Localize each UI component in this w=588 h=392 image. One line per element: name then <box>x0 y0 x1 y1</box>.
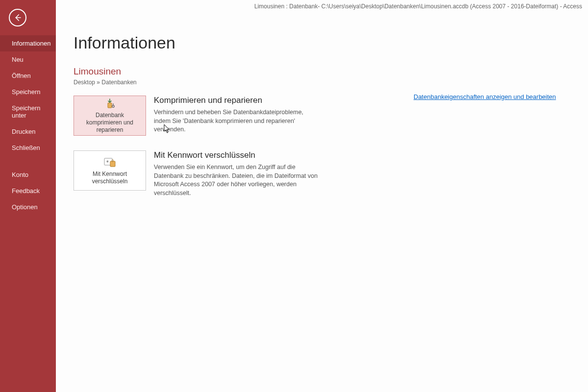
database-name: Limousinen <box>74 66 588 77</box>
app-root: Informationen Neu Öffnen Speichern Speic… <box>0 0 588 392</box>
svg-point-2 <box>112 105 114 107</box>
sidebar-item-konto[interactable]: Konto <box>0 167 56 183</box>
tile-label: Mit Kennwort verschlüsseln <box>77 171 143 185</box>
sidebar-item-speichern-unter[interactable]: Speichern unter <box>0 100 56 123</box>
sidebar-item-label: Neu <box>12 56 24 63</box>
content: Informationen Limousinen Desktop » Daten… <box>56 10 588 197</box>
sidebar-item-oeffnen[interactable]: Öffnen <box>0 68 56 84</box>
sidebar-item-informationen[interactable]: Informationen <box>0 35 56 51</box>
view-db-properties-link[interactable]: Datenbankeigenschaften anzeigen und bear… <box>414 93 556 100</box>
compact-repair-icon <box>103 98 116 110</box>
sidebar-item-feedback[interactable]: Feedback <box>0 183 56 199</box>
encrypt-password-icon: ∗ <box>103 156 117 169</box>
encrypt-description: Mit Kennwort verschlüsseln Verwenden Sie… <box>154 150 320 197</box>
section-title: Mit Kennwort verschlüsseln <box>154 150 320 160</box>
back-button[interactable] <box>9 9 26 26</box>
breadcrumb: Desktop » Datenbanken <box>74 79 588 86</box>
tile-label: Datenbank komprimieren und reparieren <box>77 112 143 134</box>
sidebar-item-neu[interactable]: Neu <box>0 51 56 68</box>
page-title: Informationen <box>74 33 588 52</box>
sidebar-divider <box>0 156 56 167</box>
svg-rect-1 <box>108 103 112 108</box>
svg-text:∗: ∗ <box>106 159 109 164</box>
sidebar-item-speichern[interactable]: Speichern <box>0 84 56 100</box>
back-arrow-icon <box>13 13 22 22</box>
info-section-compact-repair: Datenbank komprimieren und reparieren Ko… <box>74 96 588 136</box>
sidebar-item-label: Feedback <box>12 187 40 195</box>
section-body: Verwenden Sie ein Kennwort, um den Zugri… <box>154 163 320 197</box>
sidebar-item-label: Speichern <box>12 88 41 96</box>
window-title: Limousinen : Datenbank- C:\Users\seiya\D… <box>56 0 588 10</box>
main-pane: Limousinen : Datenbank- C:\Users\seiya\D… <box>56 0 588 392</box>
sidebar-item-label: Drucken <box>12 128 35 135</box>
sidebar-item-optionen[interactable]: Optionen <box>0 199 56 215</box>
compact-repair-button[interactable]: Datenbank komprimieren und reparieren <box>74 96 146 136</box>
sidebar-item-schliessen[interactable]: Schließen <box>0 140 56 156</box>
sidebar-item-label: Konto <box>12 171 28 178</box>
section-body: Verhindern und beheben Sie Datenbankdate… <box>154 108 320 134</box>
section-title: Komprimieren und reparieren <box>154 96 320 105</box>
info-section-encrypt: ∗ Mit Kennwort verschlüsseln Mit Kennwor… <box>74 150 588 197</box>
svg-rect-6 <box>110 161 115 167</box>
sidebar-item-label: Informationen <box>12 40 51 47</box>
backstage-sidebar: Informationen Neu Öffnen Speichern Speic… <box>0 0 56 392</box>
encrypt-password-button[interactable]: ∗ Mit Kennwort verschlüsseln <box>74 150 146 191</box>
sidebar-item-drucken[interactable]: Drucken <box>0 123 56 140</box>
sidebar-item-label: Schließen <box>12 144 40 151</box>
sidebar-item-label: Optionen <box>12 203 38 211</box>
compact-repair-description: Komprimieren und reparieren Verhindern u… <box>154 96 320 134</box>
sidebar-item-label: Speichern unter <box>12 104 41 119</box>
sidebar-item-label: Öffnen <box>12 72 31 79</box>
